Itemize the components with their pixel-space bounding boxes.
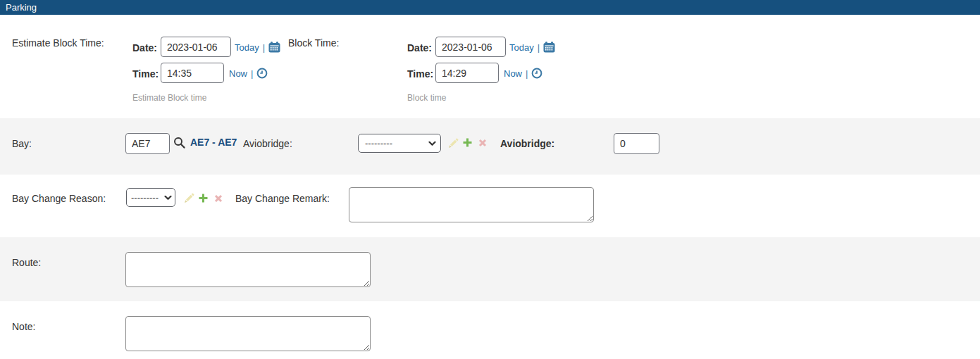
add-plus-icon[interactable] (199, 194, 208, 203)
bay-change-remark-textarea[interactable] (349, 187, 594, 222)
estimate-time-shortcuts: Now| (229, 68, 268, 79)
row-bay: Bay: AE7 - AE7 Aviobridge: --------- Avi… (0, 118, 980, 175)
block-time-label: Block Time: (288, 37, 339, 49)
block-time-shortcuts: Now| (504, 68, 542, 79)
block-date-shortcuts: Today| (509, 42, 555, 53)
aviobridge-count-input[interactable] (614, 133, 659, 154)
block-date-label: Date: (407, 42, 432, 53)
row-note: Note: (0, 301, 980, 359)
route-textarea[interactable] (125, 252, 371, 287)
calendar-icon[interactable] (268, 42, 280, 53)
calendar-icon[interactable] (543, 42, 555, 53)
estimate-time-input[interactable] (161, 63, 224, 83)
clock-icon[interactable] (531, 68, 542, 79)
estimate-block-time-label: Estimate Block Time: (12, 37, 104, 49)
add-plus-icon[interactable] (463, 138, 472, 147)
edit-pencil-icon[interactable] (184, 193, 194, 203)
note-label: Note: (12, 321, 35, 332)
block-date-input[interactable] (435, 37, 506, 57)
bay-change-reason-select[interactable]: --------- (126, 188, 175, 207)
bay-object-link[interactable]: AE7 - AE7 (190, 137, 237, 148)
estimate-time-label: Time: (132, 68, 159, 80)
estimate-today-link[interactable]: Today (235, 42, 259, 53)
delete-x-icon[interactable] (214, 194, 223, 203)
delete-x-icon[interactable] (478, 139, 487, 147)
estimate-date-label: Date: (132, 42, 157, 53)
bay-change-reason-label: Bay Change Reason: (12, 193, 106, 204)
aviobridge-select[interactable]: --------- (358, 134, 441, 153)
shortcut-separator: | (538, 42, 540, 53)
shortcut-separator: | (263, 42, 265, 53)
block-time-input[interactable] (435, 63, 499, 83)
block-today-link[interactable]: Today (509, 42, 534, 53)
clock-icon[interactable] (256, 68, 268, 79)
bay-change-reason-select-wrap: --------- (126, 188, 175, 207)
block-time-time-label: Time: (407, 68, 433, 80)
aviobridge-count-label: Aviobridge: (500, 138, 554, 149)
edit-pencil-icon[interactable] (448, 138, 459, 149)
row-route: Route: (0, 237, 980, 301)
estimate-date-input[interactable] (161, 37, 231, 57)
shortcut-separator: | (526, 68, 528, 79)
shortcut-separator: | (251, 68, 253, 79)
row-block-times: Estimate Block Time: Date: Today| Time: … (0, 15, 980, 118)
estimate-help-text: Estimate Block time (132, 93, 206, 103)
bay-change-remark-label: Bay Change Remark: (235, 193, 330, 204)
estimate-now-link[interactable]: Now (229, 68, 247, 79)
aviobridge-label: Aviobridge: (243, 138, 292, 149)
block-now-link[interactable]: Now (504, 68, 522, 79)
module-header: Parking (0, 0, 980, 15)
row-bay-change: Bay Change Reason: --------- Bay Change … (0, 175, 980, 237)
aviobridge-select-wrap: --------- (358, 134, 441, 153)
page-title: Parking (6, 2, 37, 13)
bay-label: Bay: (12, 138, 32, 149)
block-help-text: Block time (407, 93, 446, 103)
note-textarea[interactable] (125, 316, 371, 351)
estimate-date-shortcuts: Today| (235, 42, 280, 53)
route-label: Route: (12, 257, 41, 268)
search-icon[interactable] (173, 137, 186, 149)
bay-input[interactable] (125, 133, 170, 154)
parking-form: Parking Estimate Block Time: Date: Today… (0, 0, 980, 359)
